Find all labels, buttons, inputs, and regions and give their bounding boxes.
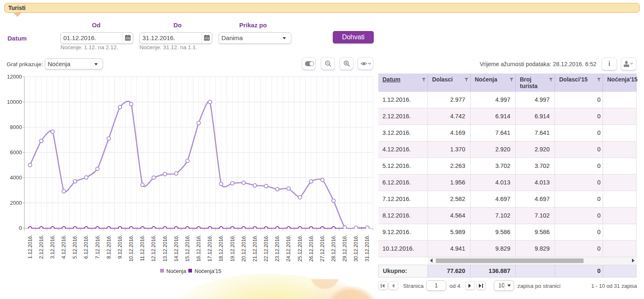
svg-text:8.12.2016.: 8.12.2016. <box>106 235 112 259</box>
svg-text:24.12.2016.: 24.12.2016. <box>286 235 291 262</box>
svg-text:Noćenja: Noćenja <box>166 268 186 274</box>
svg-text:3.12.2016.: 3.12.2016. <box>50 235 55 259</box>
svg-text:20.12.2016.: 20.12.2016. <box>241 235 247 262</box>
svg-text:0: 0 <box>19 225 22 231</box>
svg-text:13.12.2016.: 13.12.2016. <box>162 235 168 262</box>
svg-text:28.12.2016.: 28.12.2016. <box>331 235 336 262</box>
svg-text:29.12.2016.: 29.12.2016. <box>342 235 348 262</box>
svg-text:16.12.2016.: 16.12.2016. <box>196 235 202 262</box>
svg-text:6000: 6000 <box>10 149 22 155</box>
svg-text:12000: 12000 <box>7 74 22 80</box>
svg-text:4000: 4000 <box>10 175 22 181</box>
svg-text:25.12.2016.: 25.12.2016. <box>297 235 303 262</box>
svg-text:10.12.2016.: 10.12.2016. <box>128 235 134 262</box>
svg-text:19.12.2016.: 19.12.2016. <box>230 235 235 262</box>
svg-text:Noćenja'15: Noćenja'15 <box>195 268 221 274</box>
svg-text:5.12.2016.: 5.12.2016. <box>72 235 78 259</box>
svg-text:30.12.2016.: 30.12.2016. <box>353 235 359 262</box>
svg-text:11.12.2016.: 11.12.2016. <box>139 235 145 261</box>
svg-text:23.12.2016.: 23.12.2016. <box>274 235 280 262</box>
svg-text:17.12.2016.: 17.12.2016. <box>207 235 213 262</box>
svg-text:21.12.2016.: 21.12.2016. <box>252 235 258 262</box>
svg-text:9.12.2016.: 9.12.2016. <box>117 235 123 259</box>
svg-text:14.12.2016.: 14.12.2016. <box>173 235 179 262</box>
svg-text:1.12.2016.: 1.12.2016. <box>27 235 33 259</box>
svg-text:2000: 2000 <box>10 200 22 206</box>
svg-text:8000: 8000 <box>10 124 22 130</box>
svg-text:15.12.2016.: 15.12.2016. <box>185 235 190 262</box>
svg-text:7.12.2016.: 7.12.2016. <box>95 235 101 259</box>
svg-text:18.12.2016.: 18.12.2016. <box>218 235 224 262</box>
svg-text:31.12.2016.: 31.12.2016. <box>364 235 370 262</box>
svg-text:26.12.2016.: 26.12.2016. <box>308 235 314 262</box>
svg-text:6.12.2016.: 6.12.2016. <box>83 235 89 259</box>
svg-text:2.12.2016.: 2.12.2016. <box>38 235 44 259</box>
svg-text:12.12.2016.: 12.12.2016. <box>151 235 156 262</box>
svg-text:10000: 10000 <box>7 99 22 105</box>
svg-text:4.12.2016.: 4.12.2016. <box>61 235 67 259</box>
svg-text:22.12.2016.: 22.12.2016. <box>263 235 269 262</box>
svg-text:27.12.2016.: 27.12.2016. <box>320 235 325 262</box>
